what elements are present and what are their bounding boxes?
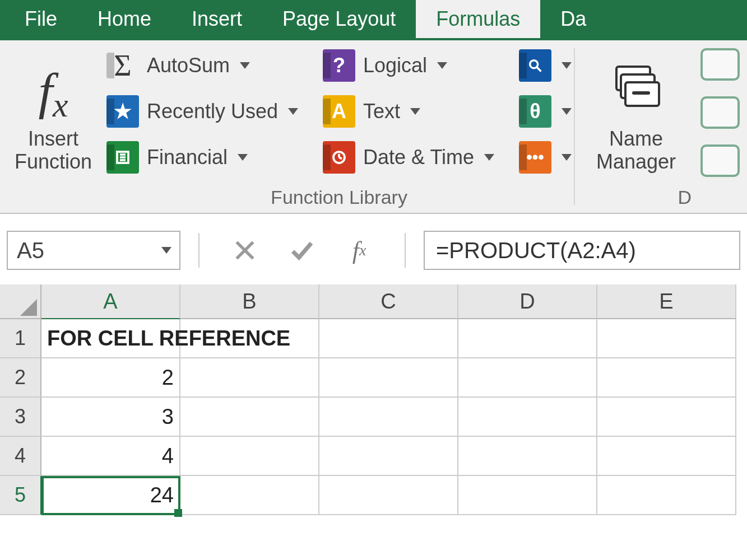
group-insert-function: fx Insert Function xyxy=(0,40,106,213)
svg-line-8 xyxy=(537,68,541,72)
cell-E2[interactable] xyxy=(597,358,736,398)
name-manager-button[interactable]: Name Manager xyxy=(591,44,681,189)
formula-value: =PRODUCT(A2:A4) xyxy=(436,238,636,263)
text-button[interactable]: A Text xyxy=(321,94,497,129)
cell-D3[interactable] xyxy=(458,398,597,437)
chevron-down-icon xyxy=(240,62,250,69)
tab-page-layout[interactable]: Page Layout xyxy=(262,0,416,38)
chevron-down-icon xyxy=(288,108,298,115)
tab-data[interactable]: Da xyxy=(540,0,586,38)
cell-E5[interactable] xyxy=(597,476,736,515)
tab-home[interactable]: Home xyxy=(77,0,171,38)
chevron-down-icon xyxy=(410,108,420,115)
enter-button[interactable] xyxy=(288,236,316,264)
cell-B4[interactable] xyxy=(180,437,319,476)
group-defined-names: Name Manager D xyxy=(577,40,695,213)
chevron-down-icon xyxy=(562,62,572,69)
cell-C5[interactable] xyxy=(319,476,458,515)
create-from-selection-button[interactable] xyxy=(700,144,740,177)
name-box-value: A5 xyxy=(8,238,151,263)
cell-B3[interactable] xyxy=(180,398,319,437)
insert-function-button[interactable]: fx Insert Function xyxy=(9,44,98,189)
logical-icon: ? xyxy=(323,49,355,82)
cell-B2[interactable] xyxy=(180,358,319,398)
row-header-5[interactable]: 5 xyxy=(0,476,41,515)
chevron-down-icon[interactable] xyxy=(151,247,179,254)
cell-A4[interactable]: 4 xyxy=(41,437,180,476)
financial-label: Financial xyxy=(147,146,228,169)
cell-A2-value: 2 xyxy=(162,366,174,390)
col-header-C[interactable]: C xyxy=(319,284,458,319)
group-function-library: Σ AutoSum ★ Recently Used Financial ? Lo… xyxy=(106,40,572,213)
row-header-3[interactable]: 3 xyxy=(0,398,41,437)
col-header-B[interactable]: B xyxy=(180,284,319,319)
cell-D1[interactable] xyxy=(458,319,597,358)
group-label-defined-names: D xyxy=(678,186,695,208)
autosum-button[interactable]: Σ AutoSum xyxy=(104,48,300,83)
cell-A2[interactable]: 2 xyxy=(41,358,180,398)
date-time-label: Date & Time xyxy=(363,146,474,169)
formula-input[interactable]: =PRODUCT(A2:A4) xyxy=(424,231,740,270)
ribbon-separator xyxy=(574,48,575,205)
math-trig-button[interactable]: θ xyxy=(517,94,574,129)
col-header-E[interactable]: E xyxy=(597,284,736,319)
chevron-down-icon xyxy=(484,154,494,161)
recently-used-label: Recently Used xyxy=(147,100,278,123)
sigma-icon: Σ xyxy=(106,49,139,82)
defined-names-extra xyxy=(695,40,740,213)
define-name-button[interactable] xyxy=(700,48,740,81)
insert-function-label: Insert Function xyxy=(15,127,92,174)
cell-D5[interactable] xyxy=(458,476,597,515)
tab-formulas[interactable]: Formulas xyxy=(416,0,540,38)
cancel-button[interactable] xyxy=(231,236,259,264)
insert-function-mini[interactable]: fx xyxy=(345,236,373,264)
chevron-down-icon xyxy=(562,154,572,161)
lookup-reference-button[interactable] xyxy=(517,48,574,83)
select-all-corner[interactable] xyxy=(0,284,41,319)
more-functions-button[interactable]: ••• xyxy=(517,140,574,175)
cell-E4[interactable] xyxy=(597,437,736,476)
tab-insert[interactable]: Insert xyxy=(171,0,262,38)
tab-file[interactable]: File xyxy=(2,0,77,38)
cell-C4[interactable] xyxy=(319,437,458,476)
cell-D4[interactable] xyxy=(458,437,597,476)
col-header-A[interactable]: A xyxy=(41,284,180,319)
autosum-label: AutoSum xyxy=(147,54,230,77)
logical-label: Logical xyxy=(363,54,427,77)
cell-A5[interactable]: 24 xyxy=(41,476,180,515)
cell-A1[interactable]: FOR CELL REFERENCE xyxy=(41,319,180,358)
cell-C1[interactable] xyxy=(319,319,458,358)
row-header-2[interactable]: 2 xyxy=(0,358,41,398)
cell-A3[interactable]: 3 xyxy=(41,398,180,437)
svg-line-6 xyxy=(339,157,342,159)
divider xyxy=(405,233,406,268)
date-time-button[interactable]: Date & Time xyxy=(321,140,497,175)
worksheet: A B C D E 1 FOR CELL REFERENCE 2 2 3 3 xyxy=(0,284,747,515)
cell-E3[interactable] xyxy=(597,398,736,437)
col-header-D[interactable]: D xyxy=(458,284,597,319)
chevron-down-icon xyxy=(238,154,248,161)
divider xyxy=(198,233,199,268)
cell-E1[interactable] xyxy=(597,319,736,358)
row-header-1[interactable]: 1 xyxy=(0,319,41,358)
cell-D2[interactable] xyxy=(458,358,597,398)
use-in-formula-button[interactable] xyxy=(700,96,740,129)
logical-button[interactable]: ? Logical xyxy=(321,48,497,83)
svg-point-7 xyxy=(530,60,538,68)
cell-C3[interactable] xyxy=(319,398,458,437)
name-box[interactable]: A5 xyxy=(7,231,180,270)
text-label: Text xyxy=(363,100,400,123)
cell-B1[interactable] xyxy=(180,319,319,358)
row-header-4[interactable]: 4 xyxy=(0,437,41,476)
chevron-down-icon xyxy=(562,108,572,115)
ribbon-formulas: fx Insert Function Σ AutoSum ★ Recently … xyxy=(0,40,747,214)
clock-icon xyxy=(323,141,355,174)
financial-icon xyxy=(106,141,139,174)
cell-B5[interactable] xyxy=(180,476,319,515)
financial-button[interactable]: Financial xyxy=(104,140,300,175)
text-icon: A xyxy=(323,95,355,128)
cell-C2[interactable] xyxy=(319,358,458,398)
formula-bar-area: A5 fx =PRODUCT(A2:A4) xyxy=(0,214,747,284)
chevron-down-icon xyxy=(437,62,447,69)
recently-used-button[interactable]: ★ Recently Used xyxy=(104,94,300,129)
